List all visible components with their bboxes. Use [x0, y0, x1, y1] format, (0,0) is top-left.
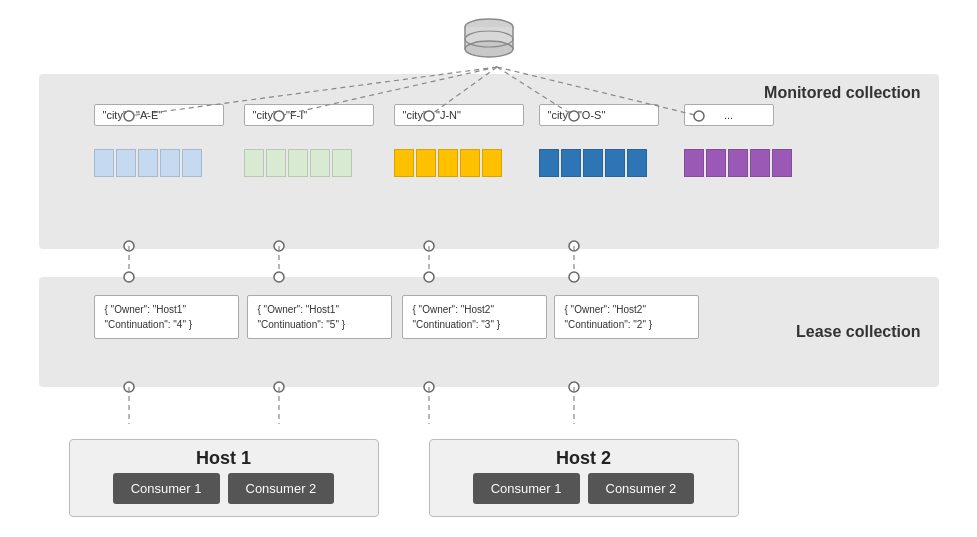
seg [460, 149, 480, 177]
host2-consumers: Consumer 1 Consumer 2 [430, 473, 738, 516]
database-icon [459, 17, 519, 67]
lease-box-2: { "Owner": "Host1" "Continuation": "5" } [247, 295, 392, 339]
lease-band: Lease collection { "Owner": "Host1" "Con… [39, 277, 939, 387]
seg-hatch [182, 149, 202, 177]
lease-box-3: { "Owner": "Host2" "Continuation": "3" } [402, 295, 547, 339]
host2-consumer2-button[interactable]: Consumer 2 [588, 473, 695, 504]
seg [583, 149, 603, 177]
seg-hatch [772, 149, 792, 177]
seg [684, 149, 704, 177]
host2-consumer1-button[interactable]: Consumer 1 [473, 473, 580, 504]
seg-hatch [482, 149, 502, 177]
seg [266, 149, 286, 177]
seg [94, 149, 114, 177]
seg [539, 149, 559, 177]
host-box-1: Host 1 Consumer 1 Consumer 2 [69, 439, 379, 517]
monitored-label: Monitored collection [764, 84, 920, 102]
diagram: Monitored collection "city" : "A-E" "cit… [9, 9, 969, 529]
lease-box-4: { "Owner": "Host2" "Continuation": "2" } [554, 295, 699, 339]
seg [706, 149, 726, 177]
monitored-band: Monitored collection "city" : "A-E" "cit… [39, 74, 939, 249]
seg [416, 149, 436, 177]
host1-consumers: Consumer 1 Consumer 2 [70, 473, 378, 516]
seg [750, 149, 770, 177]
seg [561, 149, 581, 177]
seg [288, 149, 308, 177]
host-box-2: Host 2 Consumer 1 Consumer 2 [429, 439, 739, 517]
partition-box-5: ... [684, 104, 774, 126]
seg [116, 149, 136, 177]
svg-point-2 [465, 41, 513, 57]
host2-title: Host 2 [430, 440, 738, 473]
host1-consumer1-button[interactable]: Consumer 1 [113, 473, 220, 504]
seg [310, 149, 330, 177]
partition-box-4: "city": "O-S" [539, 104, 659, 126]
lease-box-1: { "Owner": "Host1" "Continuation": "4" } [94, 295, 239, 339]
seg-hatch [332, 149, 352, 177]
partition-box-3: "city" : "J-N" [394, 104, 524, 126]
seg [728, 149, 748, 177]
seg [244, 149, 264, 177]
host1-consumer2-button[interactable]: Consumer 2 [228, 473, 335, 504]
seg-hatch [627, 149, 647, 177]
partition-box-1: "city" : "A-E" [94, 104, 224, 126]
seg [160, 149, 180, 177]
partition-box-2: "city" : "F-I" [244, 104, 374, 126]
seg [138, 149, 158, 177]
seg [605, 149, 625, 177]
host1-title: Host 1 [70, 440, 378, 473]
seg [394, 149, 414, 177]
seg [438, 149, 458, 177]
lease-label: Lease collection [796, 323, 921, 341]
